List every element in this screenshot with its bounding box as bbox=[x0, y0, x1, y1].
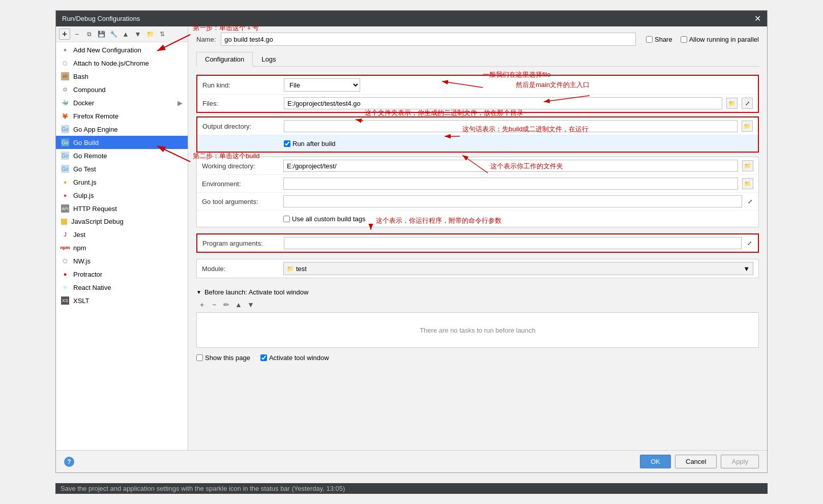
wrench-button[interactable]: 🔧 bbox=[108, 28, 119, 40]
remove-config-button[interactable]: − bbox=[71, 28, 82, 40]
files-expand-btn[interactable]: ⤢ bbox=[742, 98, 753, 109]
add-new-icon: + bbox=[61, 46, 69, 54]
config-item-go-build[interactable]: Go Go Build bbox=[56, 136, 188, 149]
config-item-docker[interactable]: 🐳 Docker ▶ bbox=[56, 96, 188, 109]
before-launch-add[interactable]: + bbox=[196, 299, 208, 310]
environment-input[interactable] bbox=[283, 177, 738, 190]
before-launch-remove[interactable]: − bbox=[209, 299, 220, 310]
bottom-options: Show this page Activate tool window bbox=[196, 354, 759, 362]
config-item-npm[interactable]: npm npm bbox=[56, 241, 188, 254]
share-checkbox[interactable] bbox=[646, 36, 653, 43]
files-row: Files: 📁 ⤢ bbox=[197, 95, 758, 112]
config-item-protractor[interactable]: ● Protractor bbox=[56, 268, 188, 281]
module-icon: 📁 bbox=[287, 265, 294, 272]
module-dropdown-icon: ▼ bbox=[743, 265, 750, 273]
output-dir-folder-btn[interactable]: 📁 bbox=[742, 121, 753, 132]
working-dir-folder-btn[interactable]: 📁 bbox=[742, 160, 753, 171]
http-icon: API bbox=[61, 204, 69, 213]
share-checkbox-label[interactable]: Share bbox=[646, 36, 672, 43]
config-item-jest[interactable]: J Jest bbox=[56, 228, 188, 241]
config-item-label: Add New Configuration bbox=[73, 46, 141, 54]
form-section-extra: Working directory: 📁 Environment: 📁 bbox=[196, 157, 759, 227]
name-input[interactable] bbox=[221, 33, 636, 46]
config-item-label: HTTP Request bbox=[73, 205, 117, 213]
files-folder-btn[interactable]: 📁 bbox=[726, 98, 738, 109]
config-item-go-app-engine[interactable]: Go Go App Engine bbox=[56, 123, 188, 136]
ok-button[interactable]: OK bbox=[640, 455, 671, 468]
go-tool-args-input[interactable] bbox=[283, 195, 742, 207]
show-page-checkbox[interactable] bbox=[196, 354, 203, 361]
config-item-go-test[interactable]: Go Go Test bbox=[56, 162, 188, 175]
environment-folder-btn[interactable]: 📁 bbox=[742, 178, 753, 189]
config-item-label: React Native bbox=[73, 284, 111, 291]
config-item-bash[interactable]: sh Bash bbox=[56, 70, 188, 83]
firefox-icon: 🦊 bbox=[61, 112, 69, 120]
run-kind-select[interactable]: File Package Directory bbox=[284, 78, 360, 92]
show-page-label[interactable]: Show this page bbox=[196, 354, 250, 362]
bash-icon: sh bbox=[61, 72, 69, 80]
output-dir-input[interactable] bbox=[284, 120, 738, 132]
config-item-attach-node[interactable]: ⬡ Attach to Node.js/Chrome bbox=[56, 56, 188, 70]
custom-tags-checkbox[interactable] bbox=[283, 216, 290, 222]
copy-config-button[interactable]: ⧉ bbox=[83, 28, 95, 40]
config-item-label: Attach to Node.js/Chrome bbox=[73, 60, 149, 67]
program-args-expand[interactable]: ⤢ bbox=[746, 240, 753, 247]
share-label: Share bbox=[655, 36, 672, 43]
before-launch-triangle: ▼ bbox=[196, 289, 201, 295]
run-after-build-text: Run after build bbox=[292, 140, 336, 147]
activate-window-label[interactable]: Activate tool window bbox=[260, 354, 329, 362]
config-item-label: npm bbox=[73, 244, 86, 252]
close-button[interactable]: ✕ bbox=[754, 14, 761, 23]
activate-window-checkbox[interactable] bbox=[260, 354, 267, 361]
program-args-input[interactable] bbox=[284, 237, 742, 249]
files-input[interactable] bbox=[284, 97, 722, 109]
config-item-add-new[interactable]: + Add New Configuration bbox=[56, 43, 188, 56]
go-tool-args-expand[interactable]: ⤢ bbox=[746, 198, 753, 205]
cancel-button[interactable]: Cancel bbox=[675, 455, 717, 468]
config-item-label: Docker bbox=[73, 99, 94, 107]
working-dir-label: Working directory: bbox=[202, 162, 283, 170]
down-button[interactable]: ▼ bbox=[132, 28, 143, 40]
output-dir-label: Output directory: bbox=[202, 123, 284, 130]
config-item-js-debug[interactable]: ■ JavaScript Debug bbox=[56, 215, 188, 228]
files-label: Files: bbox=[202, 100, 284, 107]
custom-tags-label[interactable]: Use all custom build tags bbox=[283, 215, 366, 223]
sort-button[interactable]: ⇅ bbox=[157, 28, 168, 40]
allow-parallel-label[interactable]: Allow running in parallel bbox=[681, 36, 759, 43]
docker-arrow-icon: ▶ bbox=[178, 99, 183, 107]
config-item-http-request[interactable]: API HTTP Request bbox=[56, 202, 188, 215]
before-launch-header[interactable]: ▼ Before launch: Activate tool window bbox=[196, 288, 759, 296]
before-launch-edit[interactable]: ✏ bbox=[221, 299, 232, 310]
tab-configuration[interactable]: Configuration bbox=[196, 52, 253, 67]
config-item-label: Go Build bbox=[73, 139, 99, 146]
run-after-build-label[interactable]: Run after build bbox=[284, 140, 336, 147]
allow-parallel-checkbox[interactable] bbox=[681, 36, 687, 43]
add-config-button[interactable]: + bbox=[59, 28, 70, 40]
config-item-grunt[interactable]: ● Grunt.js bbox=[56, 175, 188, 189]
config-item-go-remote[interactable]: Go Go Remote bbox=[56, 149, 188, 162]
config-item-label: Jest bbox=[73, 231, 85, 239]
config-item-nw[interactable]: ⬡ NW.js bbox=[56, 254, 188, 268]
config-item-firefox-remote[interactable]: 🦊 Firefox Remote bbox=[56, 109, 188, 123]
working-dir-input[interactable] bbox=[283, 160, 738, 172]
save-config-button[interactable]: 💾 bbox=[96, 28, 107, 40]
config-item-gulp[interactable]: ● Gulp.js bbox=[56, 189, 188, 202]
help-button[interactable]: ? bbox=[64, 457, 74, 467]
config-item-compound[interactable]: ⚙ Compound bbox=[56, 83, 188, 96]
attach-node-icon: ⬡ bbox=[61, 59, 69, 67]
config-item-label: Grunt.js bbox=[73, 179, 97, 186]
before-launch-content: There are no tasks to run before launch bbox=[196, 312, 759, 348]
run-after-build-checkbox[interactable] bbox=[284, 140, 290, 147]
config-item-react-native[interactable]: ⚛ React Native bbox=[56, 281, 188, 294]
up-button[interactable]: ▲ bbox=[120, 28, 131, 40]
tab-logs[interactable]: Logs bbox=[253, 52, 284, 66]
config-item-xslt[interactable]: XS XSLT bbox=[56, 294, 188, 307]
run-kind-label: Run kind: bbox=[202, 81, 284, 89]
activate-window-text: Activate tool window bbox=[269, 354, 329, 362]
before-launch-up[interactable]: ▲ bbox=[233, 299, 244, 310]
config-item-label: Firefox Remote bbox=[73, 112, 119, 120]
apply-button[interactable]: Apply bbox=[721, 455, 759, 468]
folder-button[interactable]: 📁 bbox=[144, 28, 156, 40]
before-launch-down[interactable]: ▼ bbox=[245, 299, 256, 310]
module-select[interactable]: 📁 test ▼ bbox=[283, 262, 753, 275]
